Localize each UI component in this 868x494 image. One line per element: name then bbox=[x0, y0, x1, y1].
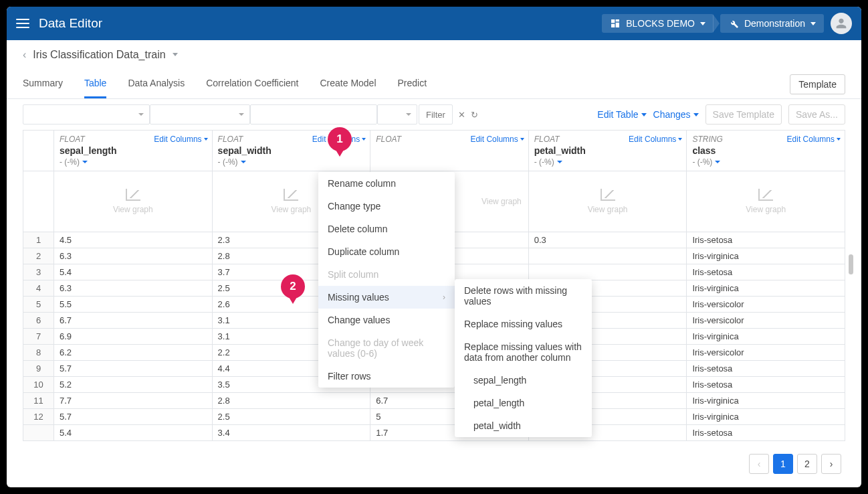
table-cell[interactable]: Iris-virginica bbox=[687, 280, 845, 296]
menu-item[interactable]: Rename column bbox=[318, 172, 455, 195]
submenu-column-option[interactable]: petal_length bbox=[455, 392, 592, 414]
table-cell[interactable]: 6.3 bbox=[54, 248, 213, 264]
table-cell[interactable]: 0.3 bbox=[529, 232, 687, 248]
project-chip[interactable]: BLOCKS DEMO bbox=[602, 14, 714, 33]
chevron-down-icon[interactable] bbox=[82, 161, 88, 163]
table-cell[interactable]: Iris-virginica bbox=[687, 409, 845, 424]
row-number-header bbox=[23, 171, 54, 232]
column-header: FLOAT petal_width - (-%) Edit Columns bbox=[529, 131, 687, 171]
table-cell[interactable]: 3.4 bbox=[213, 425, 371, 440]
menu-icon[interactable] bbox=[16, 19, 29, 28]
submenu-column-option[interactable]: petal_width bbox=[455, 414, 592, 437]
column-header: STRING class - (-%) Edit Columns bbox=[687, 131, 845, 171]
column-pct: - (-%) bbox=[534, 157, 554, 167]
filter-button[interactable]: Filter bbox=[419, 104, 453, 125]
workspace-chip-label: Demonstration bbox=[744, 18, 805, 29]
tab-create-model[interactable]: Create Model bbox=[320, 70, 376, 98]
menu-item[interactable]: Change type bbox=[318, 195, 455, 218]
missing-values-submenu: Delete rows with missing valuesReplace m… bbox=[455, 279, 592, 437]
menu-item[interactable]: Duplicate column bbox=[318, 240, 455, 263]
refresh-icon[interactable]: ↻ bbox=[471, 110, 478, 120]
table-cell[interactable]: Iris-versicolor bbox=[687, 297, 845, 312]
view-graph-cell[interactable]: View graph bbox=[54, 171, 213, 232]
edit-columns-dropdown[interactable]: Edit Columns bbox=[629, 135, 682, 144]
page-button-1[interactable]: 1 bbox=[773, 454, 793, 474]
menu-item[interactable]: Delete column bbox=[318, 218, 455, 240]
table-cell[interactable]: 5.4 bbox=[54, 425, 213, 440]
table-cell[interactable] bbox=[529, 248, 687, 264]
dashboard-icon bbox=[610, 18, 621, 29]
table-cell[interactable]: 2.8 bbox=[213, 393, 371, 408]
dataset-title: Iris Classification Data_train bbox=[33, 49, 165, 61]
table-cell[interactable]: 4.5 bbox=[54, 232, 213, 248]
edit-table-dropdown[interactable]: Edit Table bbox=[597, 109, 646, 120]
table-cell[interactable]: 5.7 bbox=[54, 361, 213, 376]
table-cell[interactable] bbox=[529, 264, 687, 280]
chevron-down-icon[interactable] bbox=[173, 53, 178, 56]
table-cell[interactable]: Iris-setosa bbox=[687, 425, 845, 440]
column-name: sepal_length bbox=[60, 145, 207, 156]
menu-item[interactable]: Change values bbox=[318, 309, 455, 331]
filter-select-4[interactable] bbox=[377, 104, 417, 125]
table-cell[interactable]: Iris-setosa bbox=[687, 377, 845, 392]
table-cell[interactable]: 5.5 bbox=[54, 297, 213, 312]
filter-select-1[interactable] bbox=[23, 104, 150, 125]
tab-predict[interactable]: Predict bbox=[398, 70, 427, 98]
page-button-2[interactable]: 2 bbox=[797, 454, 817, 474]
submenu-item[interactable]: Replace missing values with data from an… bbox=[455, 335, 592, 369]
table-cell[interactable]: 6.9 bbox=[54, 329, 213, 344]
edit-columns-dropdown[interactable]: Edit Columns bbox=[787, 135, 841, 144]
clear-icon[interactable]: ✕ bbox=[458, 110, 465, 120]
table-cell[interactable]: 6.3 bbox=[54, 280, 213, 296]
submenu-column-option[interactable]: sepal_length bbox=[455, 369, 592, 392]
row-number: 7 bbox=[23, 329, 54, 344]
workspace-chip[interactable]: Demonstration bbox=[720, 14, 824, 33]
view-graph-cell[interactable]: View graph bbox=[687, 171, 845, 232]
view-graph-cell[interactable]: View graph bbox=[529, 171, 687, 232]
menu-item[interactable]: Missing values› bbox=[318, 286, 455, 309]
template-button[interactable]: Template bbox=[790, 74, 845, 94]
edit-columns-menu: Rename columnChange typeDelete columnDup… bbox=[318, 172, 455, 388]
edit-columns-dropdown[interactable]: Edit Columns bbox=[154, 135, 207, 144]
page-next-button[interactable]: › bbox=[821, 454, 841, 474]
table-cell[interactable]: Iris-versicolor bbox=[687, 345, 845, 360]
column-header: FLOAT Edit Columns bbox=[370, 131, 529, 171]
table-cell[interactable]: Iris-setosa bbox=[687, 232, 845, 248]
submenu-item[interactable]: Delete rows with missing values bbox=[455, 279, 592, 313]
filter-select-2[interactable] bbox=[150, 104, 250, 125]
page-prev-button[interactable]: ‹ bbox=[749, 454, 769, 474]
menu-item[interactable]: Filter rows bbox=[318, 365, 455, 388]
app-title: Data Editor bbox=[39, 16, 102, 31]
scrollbar-thumb[interactable] bbox=[849, 254, 853, 274]
table-cell[interactable]: 6.2 bbox=[54, 345, 213, 360]
avatar[interactable] bbox=[831, 13, 852, 34]
chevron-down-icon[interactable] bbox=[241, 161, 246, 163]
chevron-down-icon[interactable] bbox=[557, 161, 562, 163]
table-cell[interactable]: Iris-setosa bbox=[687, 361, 845, 376]
table-cell[interactable]: 5.2 bbox=[54, 377, 213, 392]
chevron-down-icon[interactable] bbox=[715, 161, 720, 163]
tab-correlation[interactable]: Correlation Coefficient bbox=[206, 70, 298, 98]
table-cell[interactable]: 6.7 bbox=[54, 313, 213, 328]
tab-table[interactable]: Table bbox=[84, 70, 106, 98]
edit-columns-dropdown[interactable]: Edit Columns bbox=[470, 135, 524, 144]
submenu-item[interactable]: Replace missing values bbox=[455, 313, 592, 335]
table-cell[interactable]: 5.4 bbox=[54, 264, 213, 280]
table-cell[interactable]: 5.7 bbox=[54, 409, 213, 424]
save-template-button[interactable]: Save Template bbox=[706, 104, 782, 125]
chevron-down-icon bbox=[678, 138, 682, 141]
row-number: 2 bbox=[23, 248, 54, 264]
back-icon[interactable]: ‹ bbox=[23, 49, 26, 61]
save-as-button[interactable]: Save As... bbox=[788, 104, 845, 125]
changes-dropdown[interactable]: Changes bbox=[653, 109, 699, 120]
table-cell[interactable]: Iris-virginica bbox=[687, 329, 845, 344]
table-cell[interactable]: Iris-virginica bbox=[687, 393, 845, 408]
tab-summary[interactable]: Summary bbox=[23, 70, 63, 98]
table-cell[interactable]: Iris-virginica bbox=[687, 248, 845, 264]
table-cell[interactable]: 2.5 bbox=[213, 409, 371, 424]
table-cell[interactable]: Iris-versicolor bbox=[687, 313, 845, 328]
filter-select-3[interactable] bbox=[250, 104, 377, 125]
table-cell[interactable]: 7.7 bbox=[54, 393, 213, 408]
table-cell[interactable]: Iris-setosa bbox=[687, 264, 845, 280]
tab-data-analysis[interactable]: Data Analysis bbox=[128, 70, 185, 98]
